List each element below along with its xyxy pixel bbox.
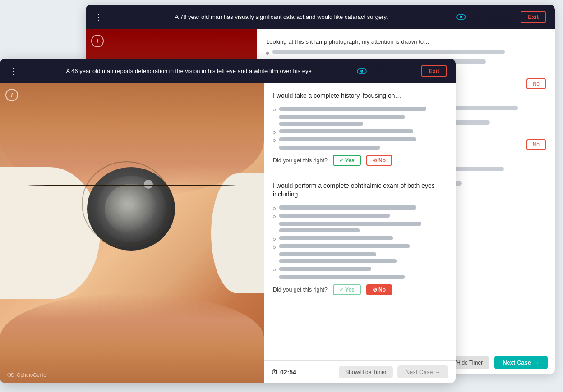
history-item-3 <box>273 137 447 142</box>
show-timer-button[interactable]: Show/Hide Timer <box>339 366 392 378</box>
watermark-eye-icon <box>7 373 14 377</box>
exam-item-1 <box>273 205 447 210</box>
svg-point-4 <box>360 70 363 73</box>
watermark-text: OphthoGenie <box>17 372 46 378</box>
did-you-get-text-1: Did you get this right? <box>273 157 328 164</box>
bullet-2 <box>273 131 276 134</box>
yes-button-2[interactable]: ✓ Yes <box>333 284 361 295</box>
did-you-get-right-2: Did you get this right? ✓ Yes ⊘ No <box>273 284 447 295</box>
exam-item-4 <box>273 244 447 249</box>
front-footer: ⏱ 02:54 Show/Hide Timer Next Case → <box>264 360 456 383</box>
back-exit-button[interactable]: Exit <box>521 11 546 23</box>
back-no-button-1[interactable]: No <box>526 78 546 89</box>
watermark: OphthoGenie <box>7 372 46 378</box>
no-button-2[interactable]: ⊘ No <box>366 284 392 295</box>
front-card-title: A 46 year old man reports deterioration … <box>21 68 357 74</box>
back-arrow-icon: → <box>534 359 540 366</box>
back-ph-row <box>266 50 546 57</box>
back-logo: OphthoGenie <box>456 13 512 21</box>
back-next-case-label: Next Case <box>503 359 531 366</box>
next-case-label: Next Case → <box>406 369 440 375</box>
did-you-get-text-2: Did you get this right? <box>273 287 328 293</box>
front-card-body: i <box>0 83 456 383</box>
back-no-button-2[interactable]: No <box>526 139 546 150</box>
no-label-1: ⊘ No <box>373 157 386 164</box>
bullet-3 <box>273 139 276 142</box>
timer-icon: ⏱ <box>271 369 277 376</box>
front-logo-text: OphthoGenie <box>369 67 412 75</box>
exam-item-3 <box>273 236 447 241</box>
back-menu-icon[interactable]: ⋮ <box>95 12 103 22</box>
front-exit-button[interactable]: Exit <box>421 65 447 77</box>
front-scroll-area[interactable]: I would take a complete history, focusin… <box>264 83 456 360</box>
front-card: ⋮ A 46 year old man reports deterioratio… <box>0 59 456 383</box>
back-card-header: ⋮ A 78 year old man has visually signifi… <box>86 5 555 29</box>
svg-point-5 <box>362 70 363 71</box>
front-logo: OphthoGenie <box>357 67 412 75</box>
footer-actions: Show/Hide Timer Next Case → <box>339 365 448 378</box>
front-menu-icon[interactable]: ⋮ <box>9 66 17 76</box>
svg-point-1 <box>460 16 462 18</box>
yes-button-1[interactable]: ✓ Yes <box>333 155 361 166</box>
timer-area: ⏱ 02:54 <box>271 369 296 376</box>
back-logo-area: OphthoGenie Exit <box>456 11 546 23</box>
back-card-title: A 78 year old man has visually significa… <box>106 14 456 20</box>
exam-item-5 <box>273 267 447 271</box>
yes-label-1: ✓ Yes <box>339 157 355 164</box>
exam-item-2 <box>273 214 447 218</box>
history-item-2 <box>273 129 447 134</box>
timer-display: 02:54 <box>280 369 296 376</box>
exam-bullet-1 <box>273 207 276 210</box>
svg-point-2 <box>461 16 462 17</box>
back-logo-text: OphthoGenie <box>469 13 512 21</box>
back-info-circle[interactable]: i <box>91 35 104 47</box>
front-card-header: ⋮ A 46 year old man reports deterioratio… <box>0 59 456 83</box>
eye-icon-front <box>357 68 367 74</box>
back-section1-text: Looking at this slit lamp photograph, my… <box>266 38 546 45</box>
history-item-1 <box>273 107 447 111</box>
eye-photo <box>0 83 264 383</box>
back-next-case-button[interactable]: Next Case → <box>494 356 548 369</box>
svg-point-7 <box>10 374 12 376</box>
no-button-1[interactable]: ⊘ No <box>366 155 392 166</box>
section1-title: I would take a complete history, focusin… <box>273 91 447 100</box>
section2-title: I would perform a complete ophthalmic ex… <box>273 182 447 199</box>
did-you-get-right-1: Did you get this right? ✓ Yes ⊘ No <box>273 155 447 166</box>
front-info-circle[interactable]: i <box>5 89 18 101</box>
exam-bullet-4 <box>273 246 276 249</box>
exam-bullet-2 <box>273 215 276 218</box>
front-card-image: i <box>0 83 264 383</box>
next-case-button[interactable]: Next Case → <box>397 365 448 378</box>
front-content-panel: I would take a complete history, focusin… <box>264 83 456 383</box>
bullet-1 <box>273 109 276 111</box>
divider-1 <box>273 174 447 174</box>
exam-bullet-5 <box>273 269 276 271</box>
exam-bullet-3 <box>273 238 276 241</box>
eye-icon-back <box>456 14 466 20</box>
